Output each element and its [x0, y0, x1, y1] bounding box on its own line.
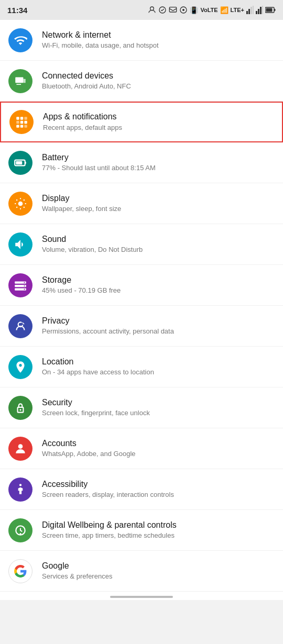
music-icon [179, 6, 188, 14]
svg-rect-9 [256, 11, 257, 14]
settings-subtitle-google: Services & preferences [42, 572, 112, 581]
svg-point-43 [18, 444, 23, 449]
settings-text-sound: Sound Volume, vibration, Do Not Disturb [42, 234, 143, 255]
settings-title-security: Security [42, 397, 150, 408]
svg-rect-19 [16, 117, 19, 119]
settings-icon-security [8, 396, 32, 420]
svg-rect-2 [170, 7, 177, 12]
settings-icon-storage [8, 273, 32, 297]
volte-icon: VoLTE [200, 7, 217, 13]
settings-title-digital-wellbeing: Digital Wellbeing & parental controls [42, 520, 177, 531]
svg-rect-30 [16, 161, 22, 164]
svg-rect-17 [23, 79, 25, 83]
settings-subtitle-security: Screen lock, fingerprint, face unlock [42, 409, 150, 418]
svg-rect-29 [25, 161, 26, 163]
settings-subtitle-battery: 77% - Should last until about 8:15 AM [42, 164, 156, 173]
messenger-icon [158, 6, 167, 14]
settings-subtitle-digital-wellbeing: Screen time, app timers, bedtime schedul… [42, 531, 177, 540]
svg-rect-16 [15, 77, 23, 83]
settings-title-privacy: Privacy [42, 316, 174, 327]
svg-point-42 [19, 409, 21, 410]
scroll-indicator [0, 592, 283, 600]
svg-rect-25 [16, 125, 19, 127]
settings-item-battery[interactable]: Battery 77% - Should last until about 8:… [0, 142, 283, 183]
settings-icon-display [8, 192, 32, 216]
svg-rect-26 [20, 125, 23, 127]
settings-text-storage: Storage 45% used - 70.19 GB free [42, 275, 121, 296]
settings-title-google: Google [42, 561, 112, 572]
svg-rect-12 [262, 6, 263, 14]
settings-text-accounts: Accounts WhatsApp, Adobe, and Google [42, 438, 136, 459]
settings-icon-battery [8, 151, 32, 175]
settings-subtitle-apps-notifications: Recent apps, default apps [43, 124, 122, 132]
svg-rect-24 [24, 121, 27, 124]
settings-title-location: Location [42, 357, 154, 368]
battery-icon [265, 6, 276, 14]
settings-text-network: Network & internet Wi-Fi, mobile, data u… [42, 30, 159, 51]
settings-icon-accounts [8, 437, 32, 461]
svg-rect-7 [251, 7, 252, 14]
status-time: 11:34 [7, 6, 27, 15]
settings-subtitle-connected-devices: Bluetooth, Android Auto, NFC [42, 82, 131, 91]
settings-text-privacy: Privacy Permissions, account activity, p… [42, 316, 174, 337]
settings-item-network[interactable]: Network & internet Wi-Fi, mobile, data u… [0, 20, 283, 61]
svg-rect-18 [16, 84, 21, 85]
scroll-bar [110, 596, 173, 598]
settings-item-digital-wellbeing[interactable]: Digital Wellbeing & parental controls Sc… [0, 510, 283, 551]
vibrate-icon: 📳 [190, 6, 198, 14]
status-bar: 11:34 📳 VoLTE 📶 LTE+ [0, 0, 283, 20]
settings-subtitle-accounts: WhatsApp, Adobe, and Google [42, 450, 136, 459]
settings-icon-privacy [8, 314, 32, 338]
settings-item-connected-devices[interactable]: Connected devices Bluetooth, Android Aut… [0, 61, 283, 102]
settings-item-sound[interactable]: Sound Volume, vibration, Do Not Disturb [0, 224, 283, 265]
settings-title-display: Display [42, 193, 121, 204]
settings-icon-accessibility [8, 478, 32, 502]
settings-item-google[interactable]: Google Services & preferences [0, 551, 283, 592]
settings-title-accounts: Accounts [42, 438, 136, 449]
wifi-icon: 📶 [220, 6, 228, 14]
svg-point-46 [19, 532, 21, 534]
svg-point-36 [24, 285, 25, 286]
settings-subtitle-privacy: Permissions, account activity, personal … [42, 327, 174, 336]
lte-icon: LTE+ [231, 7, 244, 13]
svg-rect-21 [24, 117, 27, 119]
status-icons: 📳 VoLTE 📶 LTE+ [148, 6, 276, 14]
settings-item-security[interactable]: Security Screen lock, fingerprint, face … [0, 387, 283, 428]
svg-rect-10 [258, 9, 259, 14]
svg-rect-11 [260, 7, 262, 14]
settings-text-apps-notifications: Apps & notifications Recent apps, defaul… [43, 112, 122, 132]
settings-title-sound: Sound [42, 234, 143, 245]
svg-rect-15 [266, 8, 273, 12]
settings-title-network: Network & internet [42, 30, 159, 41]
svg-rect-20 [20, 117, 23, 119]
settings-icon-connected-devices [8, 69, 32, 93]
svg-point-44 [19, 484, 21, 486]
svg-rect-27 [24, 125, 27, 127]
settings-item-storage[interactable]: Storage 45% used - 70.19 GB free [0, 265, 283, 306]
settings-item-accessibility[interactable]: Accessibility Screen readers, display, i… [0, 469, 283, 510]
settings-title-apps-notifications: Apps & notifications [43, 112, 122, 123]
settings-subtitle-storage: 45% used - 70.19 GB free [42, 286, 121, 295]
settings-icon-digital-wellbeing [8, 518, 32, 542]
settings-title-connected-devices: Connected devices [42, 71, 131, 82]
settings-subtitle-location: On - 34 apps have access to location [42, 368, 154, 377]
settings-icon-network [8, 28, 32, 52]
settings-icon-sound [8, 232, 32, 257]
settings-text-location: Location On - 34 apps have access to loc… [42, 357, 154, 377]
svg-rect-8 [253, 6, 254, 14]
settings-item-accounts[interactable]: Accounts WhatsApp, Adobe, and Google [0, 428, 283, 469]
settings-item-display[interactable]: Display Wallpaper, sleep, font size [0, 183, 283, 224]
settings-icon-apps-notifications [9, 110, 34, 134]
settings-subtitle-accessibility: Screen readers, display, interaction con… [42, 491, 174, 499]
settings-item-apps-notifications[interactable]: Apps & notifications Recent apps, defaul… [0, 102, 283, 142]
settings-item-location[interactable]: Location On - 34 apps have access to loc… [0, 347, 283, 387]
svg-point-4 [182, 9, 184, 11]
svg-point-35 [24, 282, 25, 283]
settings-text-google: Google Services & preferences [42, 561, 112, 582]
signal-icon-1 [246, 6, 254, 14]
svg-rect-6 [248, 9, 250, 14]
svg-point-0 [150, 7, 154, 10]
settings-text-security: Security Screen lock, fingerprint, face … [42, 397, 150, 418]
settings-text-connected-devices: Connected devices Bluetooth, Android Aut… [42, 71, 131, 92]
settings-item-privacy[interactable]: Privacy Permissions, account activity, p… [0, 306, 283, 347]
